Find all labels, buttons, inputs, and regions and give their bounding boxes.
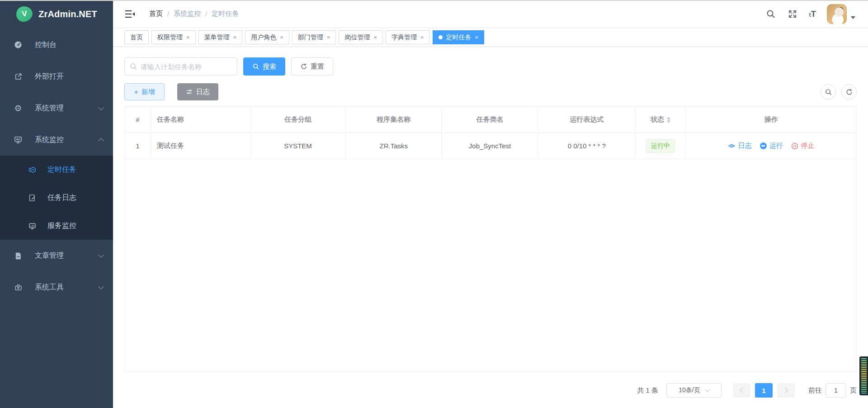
close-icon[interactable]: × <box>280 34 283 40</box>
sidebar-item-task-log[interactable]: 任务日志 <box>0 184 113 212</box>
breadcrumb-separator: / <box>205 10 207 18</box>
system-monitor-submenu: 定时任务 任务日志 服务监控 <box>0 156 113 240</box>
sliders-icon <box>186 88 193 95</box>
tab-department[interactable]: 部门管理 × <box>292 30 336 44</box>
sidebar-item-label: 外部打开 <box>35 72 64 81</box>
breadcrumb-home[interactable]: 首页 <box>149 9 163 18</box>
sidebar-fold-icon[interactable] <box>124 8 136 20</box>
external-link-icon <box>14 72 23 81</box>
tab-label: 用户角色 <box>251 33 276 42</box>
sidebar-item-system-management[interactable]: ⚙ 系统管理 <box>0 92 113 124</box>
cell-cron: 0 0/10 * * * ? <box>538 133 636 159</box>
col-header-task-class: 任务类名 <box>442 107 538 133</box>
topbar: 首页 / 系统监控 / 定时任务 tT <box>113 0 868 28</box>
breadcrumb-separator: / <box>167 10 169 18</box>
performance-bars <box>861 358 867 394</box>
cell-task-group: SYSTEM <box>250 133 346 159</box>
sidebar-item-scheduled-tasks[interactable]: 定时任务 <box>0 156 113 184</box>
close-icon[interactable]: × <box>420 34 424 40</box>
tab-home[interactable]: 首页 <box>124 30 149 44</box>
row-stop-link[interactable]: 停止 <box>791 142 815 150</box>
sidebar-item-external-open[interactable]: 外部打开 <box>0 61 113 92</box>
row-log-label: 日志 <box>738 142 752 150</box>
sort-carets-icon[interactable] <box>667 117 670 123</box>
search-form: 搜索 重置 <box>124 57 857 76</box>
log-button-label: 日志 <box>196 88 210 96</box>
row-run-label: 运行 <box>769 142 783 150</box>
goto-label: 前往 <box>808 386 822 395</box>
toggle-search-button[interactable] <box>821 84 836 100</box>
cell-assembly: ZR.Tasks <box>346 133 442 159</box>
tab-label: 定时任务 <box>446 33 472 42</box>
eye-icon <box>728 142 736 150</box>
refresh-icon <box>300 63 307 70</box>
font-size-icon[interactable]: tT <box>809 9 816 19</box>
sidebar-item-article-management[interactable]: 文章管理 <box>0 240 113 271</box>
sidebar-item-system-monitor[interactable]: 系统监控 <box>0 124 113 156</box>
breadcrumb: 首页 / 系统监控 / 定时任务 <box>149 9 239 18</box>
row-run-link[interactable]: 运行 <box>760 142 783 150</box>
tab-permission[interactable]: 权限管理 × <box>151 30 196 44</box>
breadcrumb-system-monitor[interactable]: 系统监控 <box>174 9 201 18</box>
article-icon <box>14 251 23 260</box>
tab-dictionary[interactable]: 字典管理 × <box>386 30 430 44</box>
pagination: 共 1 条 10条/页 1 前往 页 <box>124 383 857 398</box>
user-menu[interactable] <box>827 4 855 24</box>
caret-down-icon <box>851 16 855 19</box>
table-row: 1 测试任务 SYSTEM ZR.Tasks Job_SyncTest 0 0/… <box>125 133 856 159</box>
search-icon <box>825 88 832 96</box>
close-icon[interactable]: × <box>186 34 190 40</box>
sidebar-item-system-tools[interactable]: 系统工具 <box>0 271 113 303</box>
col-header-status-label: 状态 <box>651 115 664 124</box>
search-button[interactable]: 搜索 <box>243 57 285 76</box>
prev-page-button[interactable] <box>733 383 750 398</box>
goto-page-input[interactable] <box>826 383 846 398</box>
close-icon[interactable]: × <box>373 34 377 40</box>
pause-circle-icon <box>791 142 798 150</box>
task-log-icon <box>28 194 37 202</box>
tab-user-role[interactable]: 用户角色 × <box>245 30 289 44</box>
gear-icon: ⚙ <box>14 104 23 113</box>
log-button[interactable]: 日志 <box>177 83 218 100</box>
search-icon[interactable] <box>765 9 776 19</box>
refresh-table-button[interactable] <box>841 84 857 100</box>
tab-menu-management[interactable]: 菜单管理 × <box>198 30 243 44</box>
sidebar-item-dashboard[interactable]: 控制台 <box>0 29 113 61</box>
cell-actions: 日志 运行 停止 <box>686 133 856 159</box>
timer-icon <box>28 166 37 174</box>
pagination-total: 共 1 条 <box>637 386 658 395</box>
search-icon <box>129 62 137 71</box>
run-circle-icon <box>760 142 767 149</box>
tab-post[interactable]: 岗位管理 × <box>339 30 383 44</box>
search-input[interactable] <box>124 57 237 76</box>
next-page-button[interactable] <box>777 383 795 398</box>
row-log-link[interactable]: 日志 <box>728 142 752 150</box>
close-icon[interactable]: × <box>475 34 479 40</box>
add-button-label: 新增 <box>142 88 155 96</box>
close-icon[interactable]: × <box>233 34 237 40</box>
col-header-status[interactable]: 状态 <box>636 107 686 133</box>
chevron-down-icon <box>98 284 104 289</box>
performance-meter-widget[interactable] <box>859 356 868 395</box>
sidebar-item-label: 系统管理 <box>35 104 64 113</box>
sidebar-item-label: 文章管理 <box>35 251 64 261</box>
page-number-button[interactable]: 1 <box>755 383 773 398</box>
chevron-down-icon <box>705 387 710 392</box>
close-icon[interactable]: × <box>327 34 330 40</box>
tab-scheduled-tasks[interactable]: 定时任务 × <box>433 30 485 44</box>
reset-button[interactable]: 重置 <box>291 57 333 76</box>
app-title: ZrAdmin.NET <box>38 9 97 19</box>
add-button[interactable]: + 新增 <box>124 83 165 100</box>
cell-task-name: 测试任务 <box>151 133 250 159</box>
refresh-icon <box>845 88 853 96</box>
active-dot-icon <box>439 35 443 39</box>
fullscreen-icon[interactable] <box>787 9 798 19</box>
breadcrumb-current: 定时任务 <box>212 9 239 18</box>
user-avatar <box>827 4 847 24</box>
page-size-select[interactable]: 10条/页 <box>666 383 722 398</box>
page-unit-label: 页 <box>850 386 857 395</box>
app-logo[interactable]: V ZrAdmin.NET <box>0 0 113 28</box>
page-size-value: 10条/页 <box>679 386 700 394</box>
table-header-row: # 任务名称 任务分组 程序集名称 任务类名 运行表达式 状态 操作 <box>125 107 856 133</box>
sidebar-item-service-monitor[interactable]: 服务监控 <box>0 212 113 240</box>
